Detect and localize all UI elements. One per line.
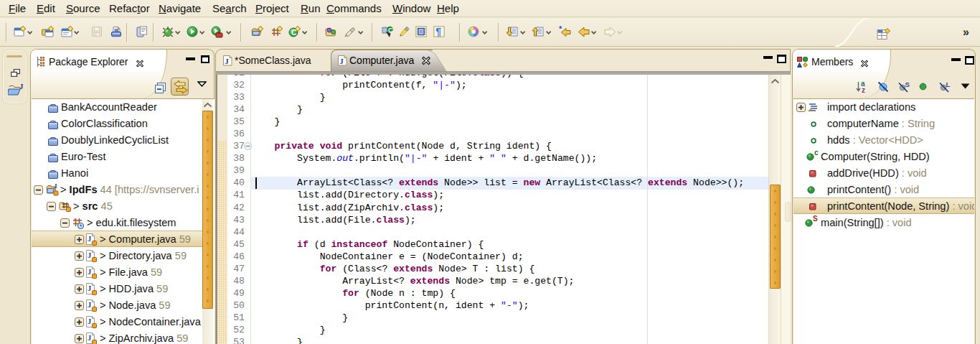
svg-text:S: S [905,81,910,88]
svg-text:L: L [946,81,951,88]
svg-text:z: z [862,86,865,93]
svg-text:C: C [388,27,393,34]
svg-text:¶: ¶ [435,26,441,37]
svg-text:J: J [19,82,24,90]
